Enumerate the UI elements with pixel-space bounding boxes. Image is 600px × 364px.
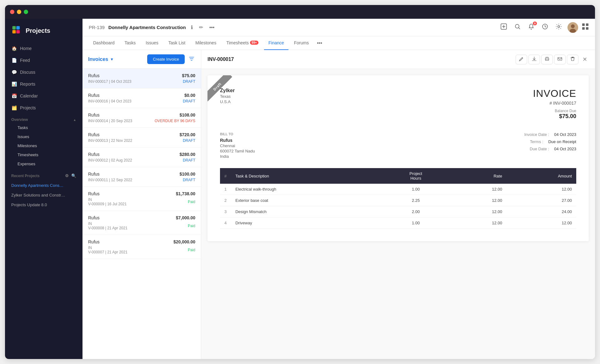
bill-to-address-2: 600072 Tamil Nadu bbox=[220, 149, 255, 153]
minimize-window-button[interactable] bbox=[17, 10, 21, 14]
sidebar-item-projects-label: Projects bbox=[20, 105, 36, 110]
calendar-icon: 📅 bbox=[11, 93, 17, 99]
invoice-item-inv17[interactable]: Rufus $75.00 INV-000017 | 04 Oct 2023 DR… bbox=[82, 69, 201, 88]
edit-invoice-button[interactable] bbox=[516, 55, 527, 64]
invoice-status: OVERDUE BY 96 DAYS bbox=[155, 119, 195, 123]
sidebar-item-issues[interactable]: Issues bbox=[11, 132, 82, 141]
invoice-item-inv11[interactable]: Rufus $100.00 INV-000011 | 12 Sep 2022 D… bbox=[82, 167, 201, 187]
search-button[interactable] bbox=[512, 22, 522, 32]
svg-rect-0 bbox=[12, 26, 16, 30]
invoice-doc-header: Zylker Texas U.S.A INVOICE # INV-000017 … bbox=[220, 88, 576, 120]
invoice-title: INVOICE bbox=[533, 88, 576, 99]
sidebar-item-projects[interactable]: 🗂️ Projects bbox=[5, 102, 82, 114]
sidebar-item-milestones[interactable]: Milestones bbox=[11, 141, 82, 150]
invoice-item-inv16[interactable]: Rufus $0.00 INV-000016 | 04 Oct 2023 DRA… bbox=[82, 88, 201, 108]
bill-to-label: Bill To bbox=[220, 132, 255, 136]
edit-button[interactable]: ✏ bbox=[198, 23, 204, 32]
add-button[interactable] bbox=[499, 22, 509, 32]
sidebar-item-reports[interactable]: 📊 Reports bbox=[5, 78, 82, 90]
recent-project-update[interactable]: Projects Update 8.0 bbox=[5, 200, 82, 210]
search-projects-icon[interactable]: 🔍 bbox=[71, 173, 76, 178]
invoice-client: Rufus bbox=[88, 93, 100, 98]
overview-label: Overview bbox=[11, 117, 28, 122]
tab-milestones[interactable]: Milestones bbox=[191, 36, 221, 50]
sidebar-item-timesheets[interactable]: Timesheets bbox=[11, 150, 82, 159]
clock-button[interactable] bbox=[540, 22, 550, 32]
invoices-dropdown[interactable]: Invoices ▼ bbox=[88, 57, 114, 62]
invoice-item-inv14[interactable]: Rufus $108.00 INV-000014 | 20 Sep 2023 O… bbox=[82, 108, 201, 128]
invoice-item-inv7[interactable]: Rufus $20,000.00 INV-000007 | 21 Apr 202… bbox=[82, 235, 201, 259]
table-row: 4 Driveway 1.00 12.00 12.00 bbox=[220, 217, 576, 229]
invoice-item-inv13[interactable]: Rufus $720.00 INV-000013 | 22 Nov 2022 D… bbox=[82, 128, 201, 147]
svg-rect-24 bbox=[572, 57, 574, 57]
sidebar-item-home[interactable]: 🏠 Home bbox=[5, 42, 82, 54]
tab-forums[interactable]: Forums bbox=[290, 36, 313, 50]
tab-dashboard[interactable]: Dashboard bbox=[89, 36, 119, 50]
project-id: PR-139 bbox=[89, 25, 105, 30]
filter-button[interactable] bbox=[188, 55, 195, 64]
email-invoice-button[interactable] bbox=[554, 55, 566, 64]
row-rate: 12.00 bbox=[448, 206, 506, 217]
sidebar-item-expenses[interactable]: Expenses bbox=[11, 159, 82, 168]
row-hours: 2.00 bbox=[383, 206, 449, 217]
filter-projects-icon[interactable]: ⚙ bbox=[65, 173, 69, 178]
sidebar-item-discuss[interactable]: 💬 Discuss bbox=[5, 66, 82, 78]
recent-project-donnelly[interactable]: Donnelly Apartments Cons… bbox=[5, 181, 82, 190]
download-invoice-button[interactable] bbox=[528, 55, 540, 64]
invoice-client: Rufus bbox=[88, 73, 100, 78]
invoice-item-inv8[interactable]: Rufus $7,000.00 INV-000008 | 21 Apr 2021… bbox=[82, 211, 201, 235]
sidebar-item-feed[interactable]: 📄 Feed bbox=[5, 54, 82, 66]
tab-timesheets[interactable]: Timesheets 99+ bbox=[222, 36, 263, 50]
tab-finance[interactable]: Finance bbox=[264, 36, 288, 50]
search-icon bbox=[514, 23, 521, 30]
sidebar-item-tasks[interactable]: Tasks bbox=[11, 123, 82, 132]
table-row: 3 Design Mismatch 2.00 12.00 24.00 bbox=[220, 206, 576, 217]
invoice-list: Invoices ▼ Create Invoice bbox=[82, 50, 201, 359]
invoice-status: DRAFT bbox=[183, 79, 195, 84]
sidebar-item-calendar[interactable]: 📅 Calendar bbox=[5, 90, 82, 102]
pencil-icon bbox=[519, 57, 524, 61]
invoice-client: Rufus bbox=[88, 152, 100, 157]
tab-tasks[interactable]: Tasks bbox=[120, 36, 140, 50]
invoice-amount: $75.00 bbox=[182, 73, 195, 78]
feed-icon: 📄 bbox=[11, 57, 17, 63]
notifications-button[interactable]: 9 bbox=[526, 22, 536, 32]
maximize-window-button[interactable] bbox=[24, 10, 28, 14]
sidebar-item-calendar-label: Calendar bbox=[20, 93, 38, 98]
row-hours: 1.00 bbox=[383, 184, 449, 195]
invoice-status: DRAFT bbox=[183, 158, 195, 162]
tab-issues[interactable]: Issues bbox=[141, 36, 162, 50]
close-window-button[interactable] bbox=[10, 10, 14, 14]
bill-to-name: Rufus bbox=[220, 138, 255, 143]
svg-point-7 bbox=[515, 24, 519, 28]
invoices-chevron-icon: ▼ bbox=[110, 57, 114, 62]
svg-rect-22 bbox=[558, 57, 562, 60]
info-button[interactable]: ℹ bbox=[190, 23, 194, 32]
recent-project-zylker[interactable]: Zylker Solutions and Constr… bbox=[5, 190, 82, 200]
trash-icon bbox=[570, 57, 575, 61]
svg-rect-16 bbox=[582, 23, 585, 26]
invoice-title-block: INVOICE # INV-000017 Balance Due $75.00 bbox=[533, 88, 576, 120]
invoice-item-inv12[interactable]: Rufus $280.00 INV-000012 | 02 Aug 2022 D… bbox=[82, 147, 201, 167]
invoice-item-inv9[interactable]: Rufus $1,738.00 INV-000009 | 16 Jul 2021… bbox=[82, 187, 201, 211]
more-options-button[interactable]: ••• bbox=[208, 23, 216, 32]
invoices-label: Invoices bbox=[88, 57, 108, 62]
close-invoice-detail-button[interactable]: ✕ bbox=[581, 54, 589, 64]
grid-view-button[interactable] bbox=[582, 23, 589, 32]
invoice-ref: INV-000016 | 04 Oct 2023 bbox=[88, 99, 132, 103]
print-invoice-button[interactable] bbox=[541, 55, 553, 64]
avatar[interactable] bbox=[568, 22, 578, 33]
tab-more-button[interactable]: ••• bbox=[314, 39, 325, 47]
invoice-amount: $20,000.00 bbox=[173, 239, 195, 244]
invoice-date-value: 04 Oct 2023 bbox=[554, 132, 576, 137]
svg-rect-23 bbox=[571, 57, 575, 58]
invoice-client: Rufus bbox=[88, 112, 100, 117]
delete-invoice-button[interactable] bbox=[567, 55, 578, 64]
tab-tasklist[interactable]: Task List bbox=[164, 36, 190, 50]
create-invoice-button[interactable]: Create Invoice bbox=[147, 54, 185, 64]
recent-projects-label: Recent Projects bbox=[11, 174, 40, 178]
overview-section-header[interactable]: Overview ▲ bbox=[5, 114, 82, 123]
settings-button[interactable] bbox=[554, 22, 564, 32]
discuss-icon: 💬 bbox=[11, 69, 17, 75]
topbar-left: PR-139 Donnelly Apartments Construction … bbox=[89, 23, 216, 32]
